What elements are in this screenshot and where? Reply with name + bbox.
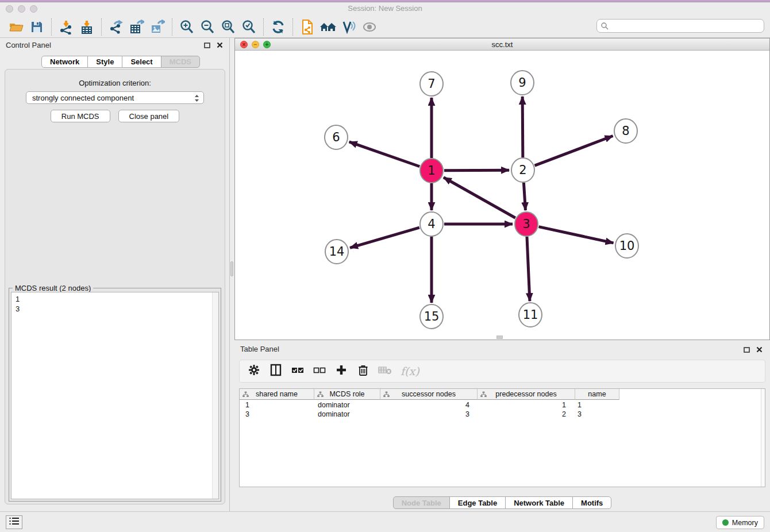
node-label-4: 4 xyxy=(428,217,435,231)
search-input[interactable] xyxy=(596,19,764,33)
cell-MCDS-role: dominator xyxy=(314,400,380,410)
export-image-icon xyxy=(150,20,165,34)
optimization-criterion-label: Optimization criterion: xyxy=(5,79,225,87)
edge-2-8[interactable] xyxy=(535,136,613,166)
open-session-button[interactable] xyxy=(6,18,26,36)
tab-motifs[interactable]: Motifs xyxy=(572,496,611,509)
network-from-file-button[interactable] xyxy=(297,18,318,36)
apply-layout-button[interactable] xyxy=(268,18,288,36)
node-label-6: 6 xyxy=(332,130,340,144)
function-builder-button-disabled: f(x) xyxy=(398,363,422,380)
edge-1-2[interactable] xyxy=(444,170,509,171)
tab-mcds[interactable]: MCDS xyxy=(161,56,200,68)
zoom-out-icon xyxy=(200,20,215,34)
table-settings-button[interactable] xyxy=(245,363,263,380)
zoom-fit-button[interactable] xyxy=(218,18,238,36)
column-header-MCDS-role[interactable]: MCDS role xyxy=(314,389,380,400)
export-image-button[interactable] xyxy=(147,18,168,36)
import-table-icon xyxy=(79,20,94,34)
toolbar-separator xyxy=(292,18,293,36)
tab-network[interactable]: Network xyxy=(41,56,88,68)
export-table-button[interactable] xyxy=(126,18,147,36)
cell-shared-name: 3 xyxy=(240,410,314,419)
deselect-all-button[interactable] xyxy=(311,363,328,380)
chevron-up-down-icon xyxy=(194,94,199,105)
show-columns-button[interactable] xyxy=(267,363,284,380)
tab-node-table[interactable]: Node Table xyxy=(393,496,450,509)
node-label-3: 3 xyxy=(522,217,530,231)
column-header-predecessor-nodes[interactable]: predecessor nodes xyxy=(478,389,575,400)
control-panel-tabs: NetworkStyleSelectMCDS xyxy=(41,56,200,68)
mcds-result-area[interactable]: 1 3 xyxy=(11,292,219,499)
columns-icon xyxy=(270,364,282,379)
table-row[interactable]: 3dominator323 xyxy=(240,410,619,419)
node-label-7: 7 xyxy=(428,77,435,91)
column-header-shared-name[interactable]: shared name xyxy=(240,389,314,400)
network-canvas[interactable]: 7968124314101511 xyxy=(235,51,769,340)
trash-icon xyxy=(358,364,368,379)
export-network-button[interactable] xyxy=(106,18,126,36)
add-column-button[interactable] xyxy=(333,363,350,380)
control-panel-header: Control Panel xyxy=(0,38,229,53)
run-mcds-button[interactable]: Run MCDS xyxy=(51,110,110,122)
deselect-all-icon xyxy=(313,366,326,376)
task-history-button[interactable] xyxy=(6,515,22,529)
export-table-icon xyxy=(129,20,144,34)
sort-tree-icon xyxy=(480,391,487,398)
select-all-button[interactable] xyxy=(289,363,306,380)
node-label-8: 8 xyxy=(622,124,629,138)
zoom-selected-button[interactable] xyxy=(238,18,259,36)
show-hide-button[interactable] xyxy=(359,18,380,36)
vizmapper-button[interactable] xyxy=(338,18,359,36)
column-header-successor-nodes[interactable]: successor nodes xyxy=(380,389,478,400)
cell-name: 3 xyxy=(575,410,619,419)
table-toolbar: f(x) xyxy=(239,360,765,383)
zoom-in-button[interactable] xyxy=(176,18,197,36)
edge-4-14[interactable] xyxy=(350,228,419,248)
node-label-10: 10 xyxy=(619,239,635,253)
close-panel-icon[interactable] xyxy=(216,41,224,49)
save-session-button[interactable] xyxy=(26,18,47,36)
tab-style[interactable]: Style xyxy=(87,56,122,68)
result-scrollbar[interactable] xyxy=(212,292,218,499)
float-table-panel-icon[interactable] xyxy=(743,346,750,353)
gear-icon xyxy=(248,364,260,378)
edge-2-9[interactable] xyxy=(522,97,523,157)
table-panel-header: Table Panel xyxy=(234,341,770,355)
close-panel-button[interactable]: Close panel xyxy=(118,110,180,122)
float-panel-icon[interactable] xyxy=(203,41,211,49)
column-header-name[interactable]: name xyxy=(575,389,619,400)
column-label: MCDS role xyxy=(329,390,364,398)
window-title: Session: New Session xyxy=(0,4,770,13)
tab-select[interactable]: Select xyxy=(122,56,161,68)
delete-button[interactable] xyxy=(355,363,372,380)
memory-status-dot xyxy=(722,519,729,526)
export-network-icon xyxy=(109,20,124,34)
mcds-result-lines: 1 3 xyxy=(16,294,20,314)
criterion-select[interactable]: strongly connected component xyxy=(26,91,204,104)
zoom-out-button[interactable] xyxy=(197,18,218,36)
node-table: shared nameMCDS rolesuccessor nodesprede… xyxy=(239,388,765,487)
canvas-splitter-grip[interactable] xyxy=(496,336,503,339)
edge-3-1[interactable] xyxy=(444,178,515,218)
memory-button[interactable]: Memory xyxy=(716,516,764,529)
network-window-titlebar[interactable]: × − + scc.txt xyxy=(235,38,769,51)
node-label-14: 14 xyxy=(329,245,345,259)
panel-splitter-handle[interactable] xyxy=(230,261,233,276)
table-row[interactable]: 1dominator411 xyxy=(240,400,619,410)
home-icon xyxy=(319,20,337,34)
network-view-window: × − + scc.txt 7968124314101511 xyxy=(234,38,770,340)
import-table-button[interactable] xyxy=(76,18,97,36)
tab-edge-table[interactable]: Edge Table xyxy=(449,496,506,509)
select-all-icon xyxy=(291,366,304,376)
close-table-panel-icon[interactable] xyxy=(756,346,763,353)
table-scrollbar[interactable] xyxy=(761,389,765,487)
import-network-button[interactable] xyxy=(56,18,76,36)
edge-1-6[interactable] xyxy=(349,142,420,167)
edge-3-10[interactable] xyxy=(538,227,613,243)
edge-3-11[interactable] xyxy=(527,237,530,301)
tab-network-table[interactable]: Network Table xyxy=(505,496,573,509)
edge-2-3[interactable] xyxy=(523,183,525,210)
home-button[interactable] xyxy=(318,18,338,36)
table-tabs: Node TableEdge TableNetwork TableMotifs xyxy=(234,496,770,509)
